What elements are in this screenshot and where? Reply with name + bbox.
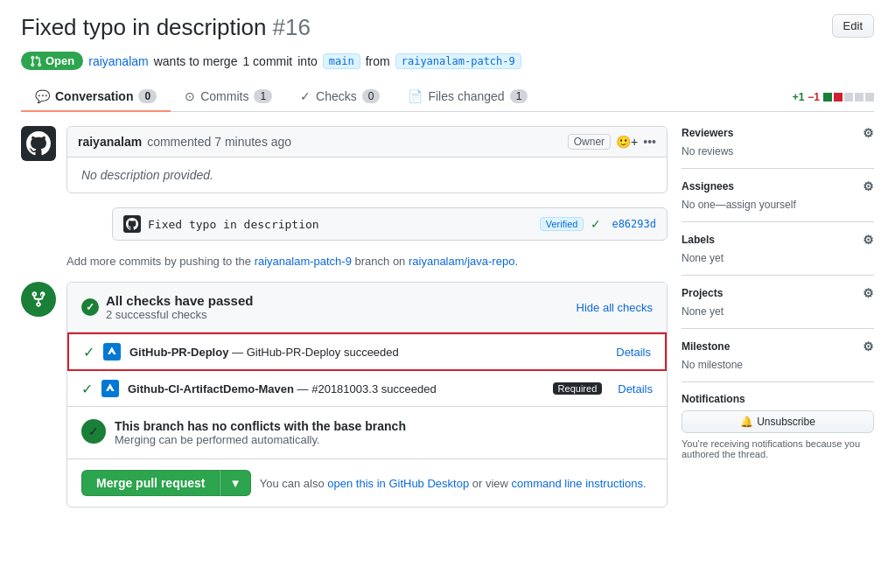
emoji-button[interactable]: 🙂+ xyxy=(616,135,638,149)
labels-value: None yet xyxy=(682,252,874,264)
sidebar-milestone: Milestone ⚙ No milestone xyxy=(682,340,874,382)
reviewers-gear-icon[interactable]: ⚙ xyxy=(863,126,874,140)
comment-header-right: Owner 🙂+ ••• xyxy=(568,134,656,150)
required-badge: Required xyxy=(553,382,603,395)
sidebar-projects-title: Projects ⚙ xyxy=(682,286,874,300)
notification-note: You're receiving notifications because y… xyxy=(682,438,874,459)
main-content: raiyanalam commented 7 minutes ago Owner… xyxy=(21,126,668,508)
tab-checks[interactable]: ✓ Checks 0 xyxy=(286,82,394,112)
milestone-gear-icon[interactable]: ⚙ xyxy=(863,340,874,354)
files-tab-label: Files changed xyxy=(428,89,504,103)
commit-check-icon: ✓ xyxy=(591,217,601,231)
open-github-desktop-link[interactable]: open this in GitHub Desktop xyxy=(327,477,469,490)
files-tab-count: 1 xyxy=(510,89,528,103)
check-1-status-icon: ✓ xyxy=(83,344,94,360)
unsubscribe-button[interactable]: 🔔 Unsubscribe xyxy=(682,410,874,433)
info-branch-link[interactable]: raiyanalam-patch-9 xyxy=(255,255,352,268)
check-2-details-link[interactable]: Details xyxy=(618,382,653,396)
commit-sha-link[interactable]: e86293d xyxy=(612,218,656,230)
diff-bar-2 xyxy=(834,93,843,102)
diff-stats: +1 −1 xyxy=(793,91,874,103)
no-conflict-section: ✓ This branch has no conflicts with the … xyxy=(67,407,667,459)
comment-area: raiyanalam commented 7 minutes ago Owner… xyxy=(21,126,668,244)
commits-tab-count: 1 xyxy=(254,89,272,103)
milestone-value: No milestone xyxy=(682,359,874,371)
merge-icon xyxy=(21,282,56,317)
hide-checks-link[interactable]: Hide all checks xyxy=(577,301,653,314)
conversation-tab-label: Conversation xyxy=(55,89,133,103)
from-text: from xyxy=(366,54,390,68)
files-icon: 📄 xyxy=(408,89,423,103)
command-line-link[interactable]: command line instructions xyxy=(512,477,643,490)
diff-bar-3 xyxy=(844,93,853,102)
no-conflict-text: This branch has no conflicts with the ba… xyxy=(115,419,653,446)
assignees-gear-icon[interactable]: ⚙ xyxy=(863,179,874,193)
open-icon xyxy=(30,55,42,67)
head-branch-link[interactable]: raiyanalam-patch-9 xyxy=(395,53,521,69)
commit-count: 1 commit xyxy=(242,54,292,68)
notifications-label: Notifications xyxy=(682,393,745,405)
check-item-1: ✓ GitHub-PR-Deploy — GitHub-PR-Deploy su… xyxy=(67,332,667,371)
author-link[interactable]: raiyanalam xyxy=(88,54,148,68)
sidebar-reviewers-title: Reviewers ⚙ xyxy=(682,126,874,140)
diff-bars xyxy=(823,93,874,102)
unsubscribe-label: Unsubscribe xyxy=(757,416,815,428)
projects-gear-icon[interactable]: ⚙ xyxy=(863,286,874,300)
pr-number: #16 xyxy=(273,14,311,40)
avatar-icon xyxy=(26,131,51,156)
no-conflict-sub: Merging can be performed automatically. xyxy=(115,433,653,446)
commit-row: Fixed typo in description Verified ✓ e86… xyxy=(112,207,668,241)
info-repo-link[interactable]: raiyanalam/java-repo xyxy=(409,255,514,268)
azure-icon-2 xyxy=(104,382,116,395)
merge-icon-area: ✓ All checks have passed 2 successful ch… xyxy=(21,282,668,508)
commits-tab-label: Commits xyxy=(200,89,248,103)
milestone-label: Milestone xyxy=(682,340,730,353)
checks-tab-count: 0 xyxy=(362,89,381,103)
labels-gear-icon[interactable]: ⚙ xyxy=(863,233,874,247)
labels-label: Labels xyxy=(682,234,715,246)
sidebar-notifications-title: Notifications xyxy=(682,393,874,405)
merge-note-end: . xyxy=(643,477,647,490)
tab-conversation[interactable]: 💬 Conversation 0 xyxy=(21,82,171,112)
edit-button[interactable]: Edit xyxy=(832,14,874,38)
main-layout: raiyanalam commented 7 minutes ago Owner… xyxy=(21,126,874,508)
comment-block-wrapper: raiyanalam commented 7 minutes ago Owner… xyxy=(66,126,668,244)
sidebar: Reviewers ⚙ No reviews Assignees ⚙ No on… xyxy=(682,126,874,508)
comment-body-text: No description provided. xyxy=(81,168,213,182)
assignees-label: Assignees xyxy=(682,180,734,192)
tab-files-changed[interactable]: 📄 Files changed 1 xyxy=(394,82,542,112)
pr-title-text: Fixed typo in description xyxy=(21,14,266,40)
check-1-name: GitHub-PR-Deploy — GitHub-PR-Deploy succ… xyxy=(129,346,607,359)
author-name: raiyanalam xyxy=(88,54,148,68)
check-2-name-text: Github-CI-ArtifactDemo-Maven xyxy=(128,382,294,396)
merge-options-button[interactable]: ▼ xyxy=(220,470,250,496)
check-2-description: #20181003.3 succeeded xyxy=(311,382,436,396)
azure-icon xyxy=(106,346,118,358)
conversation-icon: 💬 xyxy=(35,89,50,103)
commit-message: Fixed typo in description xyxy=(148,218,533,231)
merge-pull-request-button[interactable]: Merge pull request xyxy=(81,470,220,496)
comment-header: raiyanalam commented 7 minutes ago Owner… xyxy=(67,127,667,158)
checks-title-area: ✓ All checks have passed 2 successful ch… xyxy=(81,293,253,321)
pr-subheader: Open raiyanalam wants to merge 1 commit … xyxy=(21,52,874,70)
diff-bar-4 xyxy=(855,93,864,102)
check-2-name: Github-CI-ArtifactDemo-Maven — #20181003… xyxy=(128,382,544,396)
info-text: Add more commits by pushing to the raiya… xyxy=(66,255,668,268)
more-options-button[interactable]: ••• xyxy=(643,135,656,149)
comment-time: commented 7 minutes ago xyxy=(147,135,291,149)
sidebar-assignees-title: Assignees ⚙ xyxy=(682,179,874,193)
reviewers-label: Reviewers xyxy=(682,127,733,139)
base-branch-link[interactable]: main xyxy=(323,53,360,69)
pr-title: Fixed typo in description #16 xyxy=(21,14,311,41)
merge-note-or: or view xyxy=(472,477,508,490)
sidebar-reviewers: Reviewers ⚙ No reviews xyxy=(682,126,874,169)
tab-commits[interactable]: ⊙ Commits 1 xyxy=(171,82,286,112)
commit-avatar-icon xyxy=(126,218,138,230)
check-1-service-icon xyxy=(103,343,121,360)
tabs-bar: 💬 Conversation 0 ⊙ Commits 1 ✓ Checks 0 … xyxy=(21,82,874,112)
checks-subtitle: 2 successful checks xyxy=(106,308,253,321)
check-1-details-link[interactable]: Details xyxy=(616,346,651,359)
info-text-before: Add more commits by pushing to the xyxy=(66,255,251,268)
check-item-1-inner: ✓ GitHub-PR-Deploy — GitHub-PR-Deploy su… xyxy=(69,334,665,369)
checks-title-text: All checks have passed xyxy=(106,293,253,308)
